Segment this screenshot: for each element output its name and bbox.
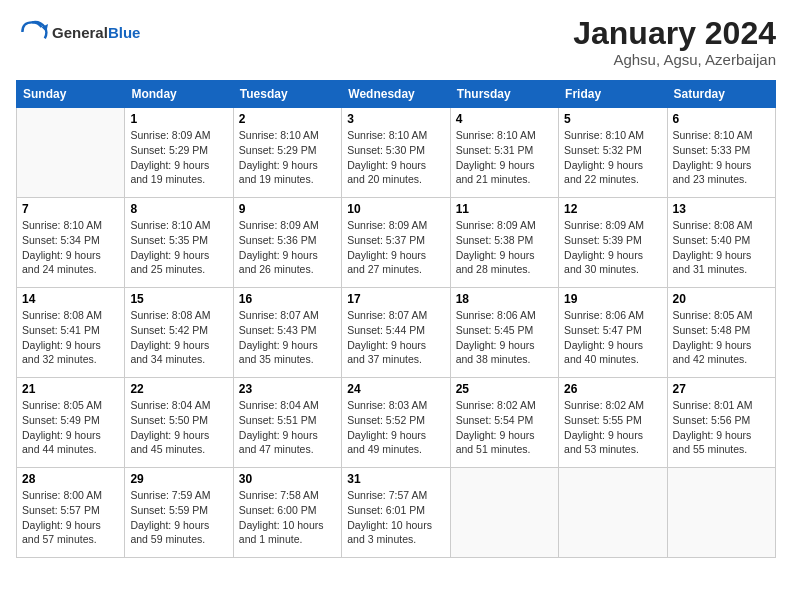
- calendar-cell: 8Sunrise: 8:10 AMSunset: 5:35 PMDaylight…: [125, 198, 233, 288]
- weekday-header: Thursday: [450, 81, 558, 108]
- day-number: 28: [22, 472, 119, 486]
- day-detail: Sunrise: 8:09 AMSunset: 5:39 PMDaylight:…: [564, 218, 661, 277]
- day-detail: Sunrise: 8:07 AMSunset: 5:43 PMDaylight:…: [239, 308, 336, 367]
- calendar-cell: 31Sunrise: 7:57 AMSunset: 6:01 PMDayligh…: [342, 468, 450, 558]
- calendar-cell: [17, 108, 125, 198]
- month-title: January 2024: [573, 16, 776, 51]
- day-number: 23: [239, 382, 336, 396]
- calendar-cell: 19Sunrise: 8:06 AMSunset: 5:47 PMDayligh…: [559, 288, 667, 378]
- calendar-cell: 13Sunrise: 8:08 AMSunset: 5:40 PMDayligh…: [667, 198, 775, 288]
- day-detail: Sunrise: 8:02 AMSunset: 5:54 PMDaylight:…: [456, 398, 553, 457]
- calendar-cell: 28Sunrise: 8:00 AMSunset: 5:57 PMDayligh…: [17, 468, 125, 558]
- logo-text: GeneralBlue: [52, 22, 140, 43]
- day-number: 31: [347, 472, 444, 486]
- calendar-cell: 16Sunrise: 8:07 AMSunset: 5:43 PMDayligh…: [233, 288, 341, 378]
- calendar-cell: 2Sunrise: 8:10 AMSunset: 5:29 PMDaylight…: [233, 108, 341, 198]
- day-detail: Sunrise: 8:04 AMSunset: 5:51 PMDaylight:…: [239, 398, 336, 457]
- calendar-cell: 5Sunrise: 8:10 AMSunset: 5:32 PMDaylight…: [559, 108, 667, 198]
- day-detail: Sunrise: 8:06 AMSunset: 5:45 PMDaylight:…: [456, 308, 553, 367]
- day-number: 10: [347, 202, 444, 216]
- day-number: 2: [239, 112, 336, 126]
- calendar-cell: 27Sunrise: 8:01 AMSunset: 5:56 PMDayligh…: [667, 378, 775, 468]
- calendar-cell: [667, 468, 775, 558]
- day-detail: Sunrise: 8:09 AMSunset: 5:37 PMDaylight:…: [347, 218, 444, 277]
- weekday-header: Tuesday: [233, 81, 341, 108]
- day-detail: Sunrise: 8:06 AMSunset: 5:47 PMDaylight:…: [564, 308, 661, 367]
- day-number: 5: [564, 112, 661, 126]
- weekday-header: Friday: [559, 81, 667, 108]
- title-block: January 2024 Aghsu, Agsu, Azerbaijan: [573, 16, 776, 68]
- day-number: 12: [564, 202, 661, 216]
- day-detail: Sunrise: 8:10 AMSunset: 5:33 PMDaylight:…: [673, 128, 770, 187]
- day-detail: Sunrise: 8:00 AMSunset: 5:57 PMDaylight:…: [22, 488, 119, 547]
- day-detail: Sunrise: 8:10 AMSunset: 5:30 PMDaylight:…: [347, 128, 444, 187]
- day-detail: Sunrise: 8:09 AMSunset: 5:38 PMDaylight:…: [456, 218, 553, 277]
- day-detail: Sunrise: 8:01 AMSunset: 5:56 PMDaylight:…: [673, 398, 770, 457]
- calendar-cell: [559, 468, 667, 558]
- day-number: 26: [564, 382, 661, 396]
- day-detail: Sunrise: 8:03 AMSunset: 5:52 PMDaylight:…: [347, 398, 444, 457]
- calendar-cell: 17Sunrise: 8:07 AMSunset: 5:44 PMDayligh…: [342, 288, 450, 378]
- day-number: 18: [456, 292, 553, 306]
- day-detail: Sunrise: 8:09 AMSunset: 5:36 PMDaylight:…: [239, 218, 336, 277]
- calendar-table: SundayMondayTuesdayWednesdayThursdayFrid…: [16, 80, 776, 558]
- calendar-cell: 30Sunrise: 7:58 AMSunset: 6:00 PMDayligh…: [233, 468, 341, 558]
- day-number: 11: [456, 202, 553, 216]
- day-detail: Sunrise: 8:05 AMSunset: 5:48 PMDaylight:…: [673, 308, 770, 367]
- day-detail: Sunrise: 8:10 AMSunset: 5:32 PMDaylight:…: [564, 128, 661, 187]
- day-number: 17: [347, 292, 444, 306]
- day-detail: Sunrise: 7:58 AMSunset: 6:00 PMDaylight:…: [239, 488, 336, 547]
- day-number: 8: [130, 202, 227, 216]
- calendar-cell: 3Sunrise: 8:10 AMSunset: 5:30 PMDaylight…: [342, 108, 450, 198]
- day-detail: Sunrise: 8:08 AMSunset: 5:42 PMDaylight:…: [130, 308, 227, 367]
- day-number: 27: [673, 382, 770, 396]
- day-number: 1: [130, 112, 227, 126]
- calendar-cell: 21Sunrise: 8:05 AMSunset: 5:49 PMDayligh…: [17, 378, 125, 468]
- calendar-cell: 4Sunrise: 8:10 AMSunset: 5:31 PMDaylight…: [450, 108, 558, 198]
- calendar-cell: 22Sunrise: 8:04 AMSunset: 5:50 PMDayligh…: [125, 378, 233, 468]
- logo: GeneralBlue: [16, 16, 140, 48]
- day-detail: Sunrise: 8:02 AMSunset: 5:55 PMDaylight:…: [564, 398, 661, 457]
- calendar-cell: [450, 468, 558, 558]
- day-number: 29: [130, 472, 227, 486]
- day-number: 6: [673, 112, 770, 126]
- day-detail: Sunrise: 8:10 AMSunset: 5:34 PMDaylight:…: [22, 218, 119, 277]
- day-number: 9: [239, 202, 336, 216]
- day-detail: Sunrise: 8:07 AMSunset: 5:44 PMDaylight:…: [347, 308, 444, 367]
- calendar-cell: 9Sunrise: 8:09 AMSunset: 5:36 PMDaylight…: [233, 198, 341, 288]
- calendar-cell: 10Sunrise: 8:09 AMSunset: 5:37 PMDayligh…: [342, 198, 450, 288]
- calendar-cell: 25Sunrise: 8:02 AMSunset: 5:54 PMDayligh…: [450, 378, 558, 468]
- day-number: 3: [347, 112, 444, 126]
- calendar-cell: 23Sunrise: 8:04 AMSunset: 5:51 PMDayligh…: [233, 378, 341, 468]
- day-detail: Sunrise: 8:05 AMSunset: 5:49 PMDaylight:…: [22, 398, 119, 457]
- day-detail: Sunrise: 8:09 AMSunset: 5:29 PMDaylight:…: [130, 128, 227, 187]
- day-number: 4: [456, 112, 553, 126]
- page-header: GeneralBlue January 2024 Aghsu, Agsu, Az…: [16, 16, 776, 68]
- day-detail: Sunrise: 8:04 AMSunset: 5:50 PMDaylight:…: [130, 398, 227, 457]
- calendar-cell: 26Sunrise: 8:02 AMSunset: 5:55 PMDayligh…: [559, 378, 667, 468]
- day-detail: Sunrise: 8:08 AMSunset: 5:41 PMDaylight:…: [22, 308, 119, 367]
- day-number: 24: [347, 382, 444, 396]
- day-detail: Sunrise: 8:10 AMSunset: 5:35 PMDaylight:…: [130, 218, 227, 277]
- day-number: 15: [130, 292, 227, 306]
- day-number: 21: [22, 382, 119, 396]
- calendar-cell: 18Sunrise: 8:06 AMSunset: 5:45 PMDayligh…: [450, 288, 558, 378]
- calendar-cell: 12Sunrise: 8:09 AMSunset: 5:39 PMDayligh…: [559, 198, 667, 288]
- weekday-header: Monday: [125, 81, 233, 108]
- day-number: 25: [456, 382, 553, 396]
- day-detail: Sunrise: 8:10 AMSunset: 5:29 PMDaylight:…: [239, 128, 336, 187]
- day-number: 14: [22, 292, 119, 306]
- calendar-cell: 14Sunrise: 8:08 AMSunset: 5:41 PMDayligh…: [17, 288, 125, 378]
- calendar-cell: 29Sunrise: 7:59 AMSunset: 5:59 PMDayligh…: [125, 468, 233, 558]
- day-detail: Sunrise: 7:59 AMSunset: 5:59 PMDaylight:…: [130, 488, 227, 547]
- calendar-cell: 1Sunrise: 8:09 AMSunset: 5:29 PMDaylight…: [125, 108, 233, 198]
- day-number: 13: [673, 202, 770, 216]
- weekday-header: Sunday: [17, 81, 125, 108]
- calendar-cell: 20Sunrise: 8:05 AMSunset: 5:48 PMDayligh…: [667, 288, 775, 378]
- calendar-cell: 7Sunrise: 8:10 AMSunset: 5:34 PMDaylight…: [17, 198, 125, 288]
- day-number: 16: [239, 292, 336, 306]
- day-number: 22: [130, 382, 227, 396]
- day-detail: Sunrise: 7:57 AMSunset: 6:01 PMDaylight:…: [347, 488, 444, 547]
- day-number: 7: [22, 202, 119, 216]
- day-detail: Sunrise: 8:08 AMSunset: 5:40 PMDaylight:…: [673, 218, 770, 277]
